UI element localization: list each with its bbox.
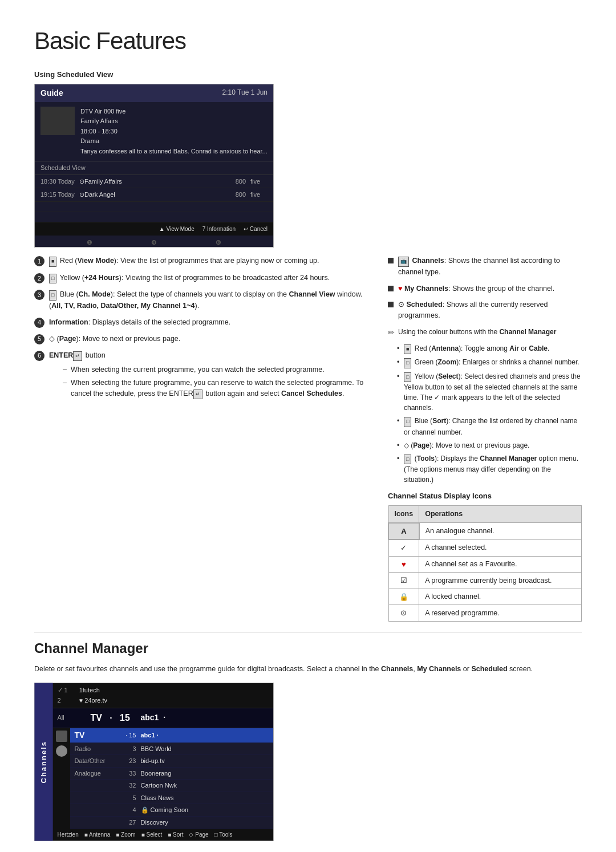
status-icon-a: A (388, 523, 419, 540)
right-bullet-mychannels-text: ♥ My Channels: Shows the group of the ch… (398, 283, 554, 294)
status-row-locked: 🔒 A locked channel. (388, 589, 582, 605)
cm-content: ✓ 1 2 1futech ♥ 24ore.tv All TV · 15 abc… (53, 683, 274, 841)
cm-row-label-radio: Radio (75, 744, 115, 754)
using-scheduled-view-label: Using Scheduled View (34, 69, 582, 80)
guide-row-empty-2 (35, 212, 273, 222)
cm-row-classnews: 5 Class News (70, 792, 274, 805)
col-right: 📺 Channels: Shows the channel list accor… (388, 255, 582, 621)
cm-header-row: ✓ 1 2 1futech ♥ 24ore.tv (53, 683, 274, 708)
num-item-5-text: ◇ (Page): Move to next or previous page. (49, 334, 180, 344)
cm-row-num-cartoon: 32 (119, 781, 136, 790)
status-op-reserved: A reserved programme. (419, 605, 582, 622)
cm-inner: Channels ✓ 1 2 1futech ♥ 24ore.tv All (35, 683, 273, 841)
guide-num-6: ❻ (216, 238, 221, 248)
section-divider (34, 632, 582, 632)
cm-icon-2 (56, 745, 67, 757)
num-item-6-bullets: When selecting the current programme, yo… (63, 364, 365, 399)
cm-footer-page: ◇ Page (189, 830, 208, 839)
status-row-broadcast: ☑ A programme currently being broadcast. (388, 573, 582, 589)
channel-manager-title: Channel Manager (34, 638, 582, 659)
cm-row-label-dataother: Data/Other (75, 756, 115, 766)
num-circle-6: 6 (34, 351, 44, 361)
status-row-analogue: A An analogue channel. (388, 523, 582, 540)
cm-row-name-radio: BBC World (141, 744, 269, 754)
color-buttons-note: ✏ Using the colour buttons with the Chan… (388, 327, 582, 339)
color-buttons-note-text: Using the colour buttons with the Channe… (398, 327, 556, 337)
square-bullet-icon-3 (388, 302, 394, 307)
num-item-6: 6 ENTER↵ button When selecting the curre… (34, 350, 365, 402)
guide-numbered-row: ❶ ❹ ❻ (35, 238, 273, 248)
cm-row-num-classnews: 5 (119, 793, 136, 803)
cm-row-dataother: Data/Other 23 bid-up.tv (70, 755, 274, 768)
guide-num-4: ❹ (151, 238, 157, 248)
cm-row-num-coming: 4 (119, 805, 136, 815)
main-two-col: 1 ■ Red (View Mode): View the list of pr… (34, 255, 582, 621)
guide-info: DTV Air 800 five Family Affairs 18:00 - … (35, 102, 273, 162)
square-bullet-icon (388, 258, 394, 263)
status-op-broadcast: A programme currently being broadcast. (419, 573, 582, 589)
cm-footer: Hertzien ■ Antenna ■ Zoom ■ Select ■ Sor… (53, 829, 274, 841)
status-icon-check: ✓ (388, 539, 419, 556)
num-item-3: 3 □ Blue (Ch. Mode): Select the type of … (34, 289, 365, 311)
cm-row-num-radio: 3 (119, 744, 136, 754)
cm-footer-antenna: ■ Antenna (84, 830, 111, 839)
guide-footer: ▲ View Mode 7 Information ↩ Cancel (35, 222, 273, 236)
color-item-page: ◇ (Page): Move to next or previous page. (397, 440, 582, 451)
status-row-reserved: ⊙ A reserved programme. (388, 605, 582, 622)
right-bullets: 📺 Channels: Shows the channel list accor… (388, 255, 582, 321)
cm-sidebar: Channels (35, 683, 53, 841)
guide-row-ch-1: five (250, 177, 268, 186)
cm-row-name-classnews: Class News (141, 793, 269, 803)
guide-num-1: ❶ (87, 238, 92, 248)
right-bullet-channels: 📺 Channels: Shows the channel list accor… (388, 255, 582, 277)
status-op-favourite: A channel set as a Favourite. (419, 556, 582, 573)
num-circle-3: 3 (34, 290, 44, 300)
guide-row-time-2: 19:15 Today (40, 190, 75, 200)
cm-abc1-label: abc1 · (141, 712, 166, 724)
channel-manager-ui: Channels ✓ 1 2 1futech ♥ 24ore.tv All (34, 683, 274, 842)
sub-bullet-1: When selecting the current programme, yo… (63, 364, 365, 375)
cm-rows-col: TV · 15 abc1 · Radio 3 BBC World Data/Ot… (70, 728, 274, 829)
cm-row-name-coming: 🔒 Coming Soon (141, 805, 269, 815)
cm-tv-label: TV · 15 (91, 711, 136, 725)
cm-all-label: All (58, 713, 86, 723)
guide-thumbnail (40, 107, 75, 135)
color-item-blue: □ Blue (Sort): Change the list ordered b… (397, 416, 582, 437)
cm-icon-1 (56, 731, 67, 742)
num-item-4: 4 Information: Displays details of the s… (34, 317, 365, 328)
cm-footer-zoom: ■ Zoom (116, 830, 135, 839)
num-item-2: 2 □ Yellow (+24 Hours): Viewing the list… (34, 273, 365, 284)
color-item-yellow: □ Yellow (Select): Select desired channe… (397, 371, 582, 413)
num-item-4-text: Information: Displays details of the sel… (49, 317, 230, 328)
num-circle-4: 4 (34, 318, 44, 328)
guide-row-num-1: 800 (226, 177, 246, 186)
cm-channels-header: All TV · 15 abc1 · (53, 708, 274, 728)
cm-row-name-tv: abc1 · (141, 731, 269, 740)
guide-row-prog-2: ⊙Dark Angel (79, 190, 221, 200)
num-circle-5: 5 (34, 334, 44, 344)
status-icon-lock: 🔒 (388, 589, 419, 605)
status-icon-broadcast: ☑ (388, 573, 419, 589)
col-left: 1 ■ Red (View Mode): View the list of pr… (34, 255, 365, 621)
cm-row-num-discovery: 27 (119, 818, 136, 827)
cm-row-label-analogue: Analogue (75, 769, 115, 778)
status-icon-heart: ♥ (388, 556, 419, 573)
cm-row-tv-selected: TV · 15 abc1 · (70, 728, 274, 743)
cm-icons-col (53, 728, 70, 829)
right-bullet-channels-text: 📺 Channels: Shows the channel list accor… (398, 255, 582, 277)
guide-header: Guide 2:10 Tue 1 Jun (35, 84, 273, 102)
guide-row-ch-2: five (250, 190, 268, 200)
color-sub-bullets: ■ Red (Antenna): Toggle among Air or Cab… (397, 343, 582, 485)
num-item-6-title: ENTER↵ button (49, 350, 365, 362)
right-bullet-scheduled: ⊙ Scheduled: Shows all the currently res… (388, 299, 582, 321)
num-circle-2: 2 (34, 273, 44, 283)
color-item-tools: □ (Tools): Displays the Channel Manager … (397, 453, 582, 485)
right-bullet-scheduled-text: ⊙ Scheduled: Shows all the currently res… (398, 299, 582, 321)
cm-row-coming: 4 🔒 Coming Soon (70, 804, 274, 817)
status-icon-reserved: ⊙ (388, 605, 419, 622)
cm-row-num-analogue: 33 (119, 769, 136, 778)
cm-row-analogue: Analogue 33 Boonerang (70, 768, 274, 780)
cm-row-name-dataother: bid-up.tv (141, 756, 269, 766)
status-op-selected: A channel selected. (419, 539, 582, 556)
guide-footer-info: 7 Information (202, 225, 236, 233)
